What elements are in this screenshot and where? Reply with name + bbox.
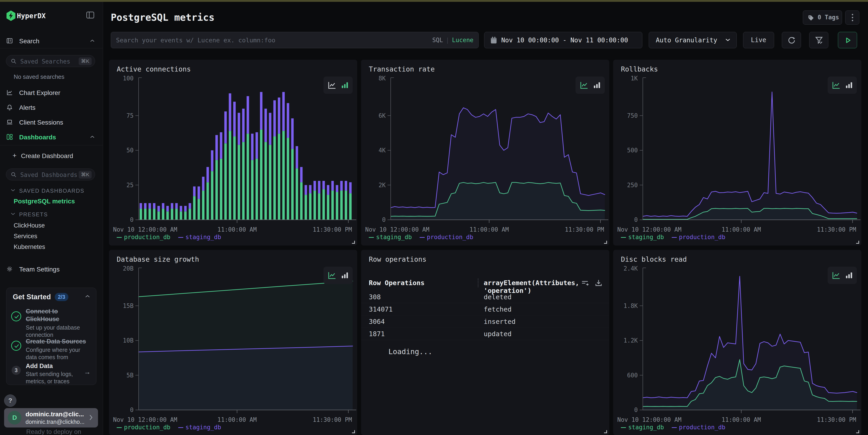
line-view-icon[interactable] bbox=[327, 271, 337, 280]
get-started-step-title[interactable]: Add Data bbox=[26, 362, 90, 370]
create-dashboard-button[interactable]: + Create Dashboard bbox=[0, 149, 103, 162]
tags-label: 0 Tags bbox=[817, 14, 839, 21]
refresh-button[interactable] bbox=[782, 32, 801, 48]
panel-resize-handle[interactable] bbox=[352, 430, 355, 433]
chevron-down-icon[interactable] bbox=[10, 189, 16, 193]
bar-view-icon[interactable] bbox=[844, 271, 853, 280]
table-column-header[interactable]: Row Operations bbox=[369, 279, 425, 287]
chevron-up-icon[interactable] bbox=[85, 295, 90, 299]
bar-view-icon[interactable] bbox=[340, 271, 349, 280]
table-header: Row Operations arrayElement(Attributes, … bbox=[361, 277, 609, 289]
legend-item[interactable]: production_db bbox=[117, 424, 170, 431]
rollbacks-chart[interactable]: 1K7505002500Nov 10 12:00:00 AM11:00:00 A… bbox=[613, 60, 861, 232]
svg-text:5B: 5B bbox=[126, 372, 133, 379]
sidebar-item-clickhouse[interactable]: ClickHouse bbox=[14, 222, 45, 229]
svg-text:11:00:00 AM: 11:00:00 AM bbox=[722, 226, 761, 232]
disc-blocks-read-chart[interactable]: 2.4K1.8K1.2K6000Nov 10 12:00:00 AM11:00:… bbox=[613, 250, 861, 423]
panel-title: Active connections bbox=[117, 65, 191, 73]
line-view-icon[interactable] bbox=[327, 80, 337, 90]
column-options-icon[interactable] bbox=[581, 278, 589, 287]
svg-text:50: 50 bbox=[126, 147, 133, 154]
legend-item[interactable]: staging_db bbox=[621, 424, 664, 431]
kebab-menu-button[interactable] bbox=[845, 10, 859, 25]
sidebar-item-postgresql-metrics[interactable]: PostgreSQL metrics bbox=[14, 198, 75, 205]
sidebar-item-kubernetes[interactable]: Kubernetes bbox=[14, 243, 45, 250]
line-view-icon[interactable] bbox=[831, 80, 841, 90]
refresh-icon bbox=[787, 36, 796, 45]
gear-icon bbox=[6, 266, 13, 273]
legend-item[interactable]: staging_db bbox=[369, 234, 412, 240]
column-divider[interactable] bbox=[478, 278, 478, 287]
database-size-growth-chart[interactable]: 20B15B10B5B0Nov 10 12:00:00 AM11:00:00 A… bbox=[109, 250, 357, 423]
table-row[interactable]: 314071fetched bbox=[361, 303, 609, 315]
active-connections-chart[interactable]: 1007550250Nov 10 12:00:00 AM11:00:00 AM1… bbox=[109, 60, 357, 232]
panel-active-connections: 1007550250Nov 10 12:00:00 AM11:00:00 AM1… bbox=[109, 60, 357, 245]
bar-view-icon[interactable] bbox=[844, 81, 853, 90]
sidebar-item-chart-explorer[interactable]: Chart Explorer bbox=[0, 86, 103, 99]
line-view-icon[interactable] bbox=[831, 271, 841, 280]
chevron-up-icon[interactable] bbox=[90, 135, 95, 139]
panel-title: Disc blocks read bbox=[621, 255, 687, 263]
legend-item[interactable]: production_db bbox=[117, 234, 170, 240]
chevron-down-icon[interactable] bbox=[10, 212, 16, 216]
get-started-step-title[interactable]: Create Data Sources bbox=[26, 337, 94, 345]
sidebar-item-client-sessions[interactable]: Client Sessions bbox=[0, 116, 103, 129]
sidebar-item-services[interactable]: Services bbox=[14, 233, 37, 240]
table-row[interactable]: 1871updated bbox=[361, 328, 609, 340]
row-count-cell: 314071 bbox=[369, 305, 393, 313]
bar-view-icon[interactable] bbox=[592, 81, 601, 90]
help-button[interactable]: ? bbox=[4, 395, 17, 407]
legend-item[interactable]: production_db bbox=[672, 234, 725, 240]
saved-dashboards-input[interactable]: Saved Dashboards ⌘K bbox=[6, 169, 95, 180]
sidebar-item-search[interactable]: Search bbox=[0, 35, 103, 47]
get-started-step-desc: Configure where your data comes from bbox=[26, 346, 87, 361]
legend-item[interactable]: staging_db bbox=[621, 234, 664, 240]
no-saved-searches-note: No saved searches bbox=[14, 73, 64, 80]
sidebar-item-alerts[interactable]: Alerts bbox=[0, 101, 103, 114]
live-button[interactable]: Live bbox=[743, 32, 774, 48]
panel-resize-handle[interactable] bbox=[856, 430, 859, 433]
event-search-input[interactable]: Search your events w/ Lucene ex. column:… bbox=[111, 32, 479, 48]
kebab-icon bbox=[852, 14, 853, 15]
svg-text:Nov 10 12:00:00 AM: Nov 10 12:00:00 AM bbox=[365, 226, 429, 232]
legend-item[interactable]: staging_db bbox=[178, 234, 221, 240]
svg-text:11:00:00 AM: 11:00:00 AM bbox=[217, 416, 257, 423]
saved-searches-input[interactable]: Saved Searches ⌘K bbox=[6, 55, 95, 67]
svg-text:0: 0 bbox=[130, 216, 133, 223]
lucene-toggle[interactable]: Lucene bbox=[452, 37, 473, 43]
chevron-up-icon[interactable] bbox=[90, 39, 95, 43]
download-icon[interactable] bbox=[594, 278, 603, 287]
table-row[interactable]: 3064inserted bbox=[361, 315, 609, 328]
date-range-picker[interactable]: Nov 10 00:00:00 - Nov 11 00:00:00 bbox=[484, 32, 642, 48]
bar-view-icon[interactable] bbox=[340, 81, 349, 90]
arrow-right-icon[interactable]: → bbox=[84, 368, 91, 376]
sidebar-item-dashboards[interactable]: Dashboards bbox=[0, 131, 103, 143]
legend-item[interactable]: production_db bbox=[420, 234, 473, 240]
legend-item[interactable]: production_db bbox=[672, 424, 725, 431]
panel-resize-handle[interactable] bbox=[604, 430, 607, 433]
panel-resize-handle[interactable] bbox=[856, 241, 859, 244]
saved-dashboards-header[interactable]: SAVED DASHBOARDS bbox=[19, 188, 84, 194]
get-started-step-title[interactable]: Connect to ClickHouse bbox=[26, 307, 67, 323]
get-started-step-desc: Start sending logs, metrics, or traces bbox=[26, 370, 79, 385]
panel-resize-handle[interactable] bbox=[604, 241, 607, 244]
svg-text:Nov 10 12:00:00 AM: Nov 10 12:00:00 AM bbox=[113, 226, 177, 232]
svg-text:100: 100 bbox=[123, 75, 133, 82]
filter-icon bbox=[814, 36, 824, 45]
line-view-icon[interactable] bbox=[579, 80, 589, 90]
panel-title: Transaction rate bbox=[369, 65, 435, 73]
legend-item[interactable]: staging_db bbox=[178, 424, 221, 431]
presets-header[interactable]: PRESETS bbox=[19, 211, 48, 218]
panel-resize-handle[interactable] bbox=[352, 241, 355, 244]
filter-button[interactable] bbox=[809, 32, 828, 48]
sidebar-item-team-settings[interactable]: Team Settings bbox=[0, 263, 103, 275]
table-row[interactable]: 308deleted bbox=[361, 291, 609, 303]
granularity-select[interactable]: Auto Granularity bbox=[649, 32, 737, 48]
run-query-button[interactable] bbox=[838, 32, 857, 48]
transaction-rate-chart[interactable]: 8K6K4K2K0Nov 10 12:00:00 AM11:00:00 AM11… bbox=[361, 60, 609, 232]
toggle-divider: | bbox=[443, 37, 452, 43]
sidebar-collapse-icon[interactable] bbox=[86, 11, 94, 20]
tags-button[interactable]: 0 Tags bbox=[803, 10, 842, 25]
sql-toggle[interactable]: SQL bbox=[432, 37, 443, 43]
user-account-button[interactable]: D dominic.tran@clic... dominic.tran@clic… bbox=[4, 408, 98, 428]
